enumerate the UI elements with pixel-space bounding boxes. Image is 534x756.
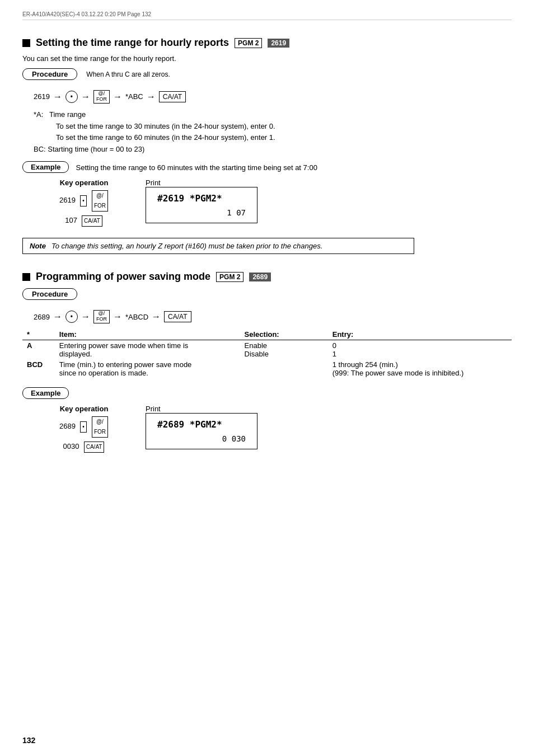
- td-selection-a: EnableDisable: [240, 340, 328, 360]
- th-entry: Entry:: [328, 329, 512, 340]
- section2: Programming of power saving mode PGM 2 2…: [22, 271, 512, 453]
- section1-pgm-badge: PGM 2: [235, 38, 262, 48]
- flow-arrow1: →: [53, 92, 62, 102]
- section2-print-line1: #2689 *PGM2*: [157, 419, 246, 430]
- section2-title-text: Programming of power saving mode: [36, 271, 210, 283]
- section2-flow-caat: CA/AT: [164, 311, 191, 322]
- section2-print-header: Print: [146, 405, 257, 413]
- section2-flow-key-for: @/ FOR: [93, 310, 110, 323]
- section1-note-label: Note: [30, 242, 46, 250]
- section2-flow-arrow3: →: [113, 312, 122, 322]
- flow-dot: •: [65, 91, 78, 103]
- section2-title: Programming of power saving mode PGM 2 2…: [22, 271, 512, 283]
- section2-key-op-content: 2689 • @/FOR 0030 CA/AT: [34, 416, 134, 453]
- section1-op-print: Key operation 2619 • @/FOR 107 CA/AT Pri…: [34, 179, 512, 227]
- table-row: BCD Time (min.) to entering power save m…: [22, 359, 512, 378]
- section1-key-op-content: 2619 • @/FOR 107 CA/AT: [34, 190, 134, 227]
- section1-key-op-col: Key operation 2619 • @/FOR 107 CA/AT: [34, 179, 134, 227]
- section1-title-text: Setting the time range for hourly report…: [36, 37, 229, 49]
- section1-example-desc: Setting the time range to 60 minutes wit…: [76, 161, 317, 172]
- td-entry-a: 01: [328, 340, 512, 360]
- flow-caat: CA/AT: [159, 91, 186, 102]
- flow-start-num: 2619: [34, 92, 50, 101]
- section2-print-line2: 0 030: [157, 434, 246, 443]
- section2-op-print: Key operation 2689 • @/FOR 0030 CA/AT Pr…: [34, 405, 512, 453]
- section2-square-icon: [22, 273, 30, 281]
- section2-flow-dot: •: [65, 311, 78, 323]
- th-selection: Selection:: [240, 329, 328, 340]
- flow-key-for: @/ FOR: [93, 90, 110, 104]
- section1-flow-when: When A thru C are all zeros.: [86, 68, 170, 78]
- flow-abc: *ABC: [125, 92, 143, 101]
- section1-example-row: Example Setting the time range to 60 min…: [22, 161, 512, 173]
- section1-example-box: Example: [22, 161, 69, 173]
- section1-print-line1: #2619 *PGM2*: [157, 193, 246, 204]
- td-selection-bcd: [240, 359, 328, 378]
- flow-arrow4: →: [147, 92, 156, 102]
- th-item-marker: *: [22, 329, 55, 340]
- section1-key-op-header: Key operation: [34, 179, 134, 187]
- section2-num-badge: 2689: [249, 273, 271, 281]
- flow-arrow2: →: [81, 92, 90, 102]
- td-item-desc-bcd: Time (min.) to entering power save modes…: [55, 359, 240, 378]
- section2-print-box: #2689 *PGM2* 0 030: [146, 413, 257, 449]
- section1: Setting the time range for hourly report…: [22, 37, 512, 254]
- section2-example-row: Example: [22, 387, 512, 399]
- section2-example-box: Example: [22, 387, 69, 399]
- section2-procedure-box: Procedure: [22, 288, 77, 300]
- header-text: ER-A410/A420(SEC)-4 03.12.22 0:20 PM Pag…: [22, 11, 151, 17]
- page-number: 132: [22, 736, 35, 745]
- section1-note-text: To change this setting, an hourly Z repo…: [51, 242, 322, 250]
- section1-print-box: #2619 *PGM2* 1 07: [146, 187, 257, 223]
- td-item-code-a: A: [22, 340, 55, 360]
- section1-subtitle: You can set the time range for the hourl…: [22, 54, 512, 63]
- table-header-row: * Item: Selection: Entry:: [22, 329, 512, 340]
- section2-flow-arrow1: →: [53, 312, 62, 322]
- section1-square-icon: [22, 39, 30, 47]
- td-item-code-bcd: BCD: [22, 359, 55, 378]
- section1-print-line2: 1 07: [157, 208, 246, 217]
- section2-key-op-col: Key operation 2689 • @/FOR 0030 CA/AT: [34, 405, 134, 453]
- section2-key-op-header: Key operation: [34, 405, 134, 413]
- section2-flow-start: 2689: [34, 313, 50, 321]
- page-header: ER-A410/A420(SEC)-4 03.12.22 0:20 PM Pag…: [22, 11, 512, 20]
- section1-notes: *A: Time range To set the time range to …: [34, 109, 512, 156]
- section1-print-header: Print: [146, 179, 257, 187]
- section2-print-col: Print #2689 *PGM2* 0 030: [146, 405, 257, 453]
- section1-title: Setting the time range for hourly report…: [22, 37, 512, 49]
- section2-flow: 2689 → • → @/ FOR → *ABCD → CA/AT: [34, 310, 512, 323]
- table-row: A Entering power save mode when time isd…: [22, 340, 512, 360]
- section1-print-col: Print #2619 *PGM2* 1 07: [146, 179, 257, 227]
- td-entry-bcd: 1 through 254 (min.)(999: The power save…: [328, 359, 512, 378]
- th-item-label: Item:: [55, 329, 240, 340]
- section1-flow: 2619 → • → @/ FOR → *ABC → CA/AT: [34, 90, 512, 104]
- section2-pgm-badge: PGM 2: [216, 272, 243, 282]
- section2-flow-arrow2: →: [81, 312, 90, 322]
- section2-item-table: * Item: Selection: Entry: A Entering pow…: [22, 329, 512, 378]
- flow-arrow3: →: [113, 92, 122, 102]
- section2-flow-arrow4: →: [152, 312, 161, 322]
- section1-note-box: Note To change this setting, an hourly Z…: [22, 238, 414, 254]
- section1-num-badge: 2619: [268, 39, 289, 48]
- section2-flow-abcd: *ABCD: [125, 313, 148, 321]
- td-item-desc-a: Entering power save mode when time isdis…: [55, 340, 240, 360]
- section1-procedure-box: Procedure: [22, 68, 77, 80]
